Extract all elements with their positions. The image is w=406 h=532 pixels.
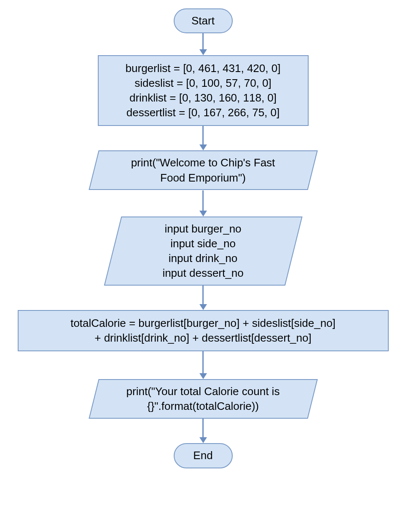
arrow-head (199, 373, 207, 379)
arrow (199, 126, 207, 150)
arrow (199, 33, 207, 55)
arrow (199, 419, 207, 443)
end-node: End (174, 443, 233, 468)
code-line: drinklist = [0, 130, 160, 118, 0] (126, 91, 281, 105)
calc-node: totalCalorie = burgerlist[burger_no] + s… (18, 310, 389, 351)
arrow (199, 190, 207, 217)
arrow-head (199, 144, 207, 150)
code-line: dessertlist = [0, 167, 266, 75, 0] (126, 105, 281, 120)
io-text: input burger_no input side_no input drin… (162, 222, 243, 281)
arrow-line (202, 190, 204, 211)
print-result-node: print("Your total Calorie count is {}".f… (94, 379, 313, 419)
start-node: Start (174, 8, 233, 33)
code-line: sideslist = [0, 100, 57, 70, 0] (126, 76, 281, 91)
arrow-line (202, 286, 204, 304)
process-text: totalCalorie = burgerlist[burger_no] + s… (70, 316, 336, 345)
arrow-head (199, 437, 207, 443)
arrow-line (202, 351, 204, 373)
arrow-line (202, 126, 204, 144)
arrow-head (199, 304, 207, 310)
code-line: {}".format(totalCalorie)) (126, 399, 280, 414)
input-node: input burger_no input side_no input drin… (113, 217, 294, 286)
arrow-head (199, 49, 207, 55)
code-line: Food Emporium") (131, 171, 275, 185)
arrow (199, 286, 207, 310)
arrow-head (199, 211, 207, 217)
print-welcome-node: print("Welcome to Chip's Fast Food Empor… (94, 150, 313, 190)
init-lists-node: burgerlist = [0, 461, 431, 420, 0] sides… (98, 55, 309, 126)
code-line: burgerlist = [0, 461, 431, 420, 0] (126, 61, 281, 76)
arrow-line (202, 33, 204, 49)
code-line: input burger_no (162, 222, 243, 236)
end-label: End (193, 448, 212, 463)
code-line: input side_no (162, 236, 243, 251)
code-line: print("Welcome to Chip's Fast (131, 155, 275, 170)
code-line: totalCalorie = burgerlist[burger_no] + s… (70, 316, 336, 331)
code-line: + drinklist[drink_no] + dessertlist[dess… (70, 331, 336, 345)
code-line: input drink_no (162, 251, 243, 266)
start-label: Start (191, 13, 215, 28)
arrow-line (202, 419, 204, 437)
flowchart: Start burgerlist = [0, 461, 431, 420, 0]… (18, 8, 389, 468)
arrow (199, 351, 207, 379)
code-line: print("Your total Calorie count is (126, 384, 280, 399)
process-text: burgerlist = [0, 461, 431, 420, 0] sides… (126, 61, 281, 120)
code-line: input dessert_no (162, 266, 243, 281)
io-text: print("Welcome to Chip's Fast Food Empor… (131, 155, 275, 185)
io-text: print("Your total Calorie count is {}".f… (126, 384, 280, 414)
